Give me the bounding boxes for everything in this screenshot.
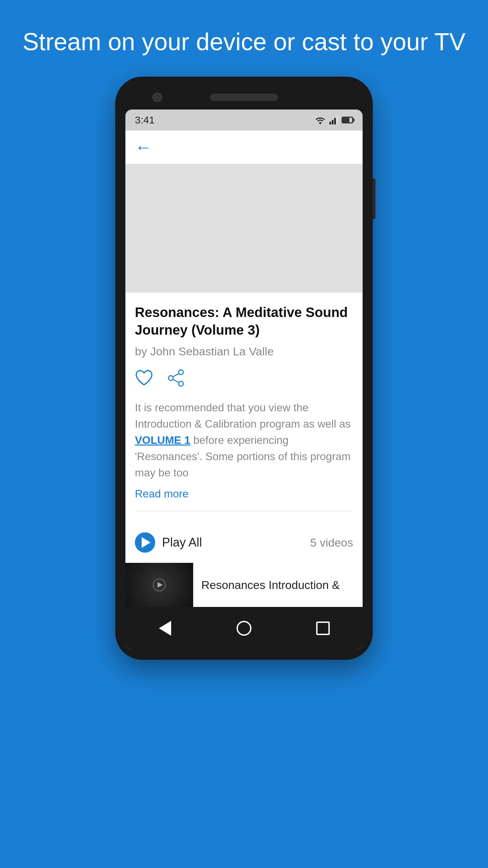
status-icons [314, 116, 353, 124]
phone-screen: 3:41 [125, 110, 363, 650]
battery-icon [342, 117, 353, 123]
phone-speaker [210, 94, 278, 101]
wifi-icon [314, 116, 326, 124]
app-content: ← Resonances: A Meditative Sound Journey… [125, 131, 363, 607]
heart-icon[interactable] [135, 369, 153, 387]
videos-count: 5 videos [310, 536, 353, 549]
play-all-row: Play All 5 videos [125, 522, 363, 563]
svg-point-0 [319, 122, 321, 124]
phone-mockup: 3:41 [115, 77, 373, 660]
svg-line-8 [173, 374, 179, 377]
video-thumbnail [125, 563, 193, 607]
play-triangle-icon [142, 537, 150, 548]
nav-recent-icon [316, 622, 330, 635]
content-area: Resonances: A Meditative Sound Journey (… [125, 293, 363, 522]
action-icons [135, 369, 353, 387]
svg-rect-3 [334, 118, 336, 124]
nav-recent-button[interactable] [311, 616, 335, 640]
side-button [373, 178, 375, 219]
svg-marker-11 [158, 582, 163, 588]
phone-camera [152, 93, 162, 102]
play-circle-icon [135, 532, 155, 553]
nav-home-button[interactable] [232, 616, 256, 640]
video-list-item[interactable]: Resonances Introduction & [125, 563, 363, 607]
nav-bar [125, 607, 363, 650]
video-play-icon [152, 578, 166, 592]
play-all-button[interactable]: Play All [135, 532, 202, 553]
album-author: by John Sebastian La Valle [135, 345, 353, 358]
svg-point-7 [179, 381, 183, 386]
app-toolbar: ← [125, 131, 363, 164]
play-all-label: Play All [162, 535, 202, 550]
nav-back-button[interactable] [153, 616, 177, 640]
read-more-link[interactable]: Read more [135, 488, 188, 500]
back-button[interactable]: ← [135, 138, 152, 157]
description-part1: It is recommended that you view the Intr… [135, 401, 351, 430]
status-time: 3:41 [135, 114, 155, 126]
nav-home-icon [237, 621, 251, 636]
album-thumbnail [125, 164, 363, 293]
page-header: Stream on your device or cast to your TV [0, 0, 488, 77]
nav-back-icon [159, 621, 171, 636]
share-icon[interactable] [167, 369, 185, 387]
svg-rect-4 [337, 116, 338, 124]
description-text: It is recommended that you view the Intr… [135, 399, 353, 481]
header-text: Stream on your device or cast to your TV [20, 27, 468, 56]
status-bar: 3:41 [125, 110, 363, 131]
video-title: Resonances Introduction & [193, 577, 348, 593]
svg-point-5 [179, 370, 183, 375]
svg-rect-1 [329, 122, 331, 124]
signal-icon [329, 116, 338, 124]
description-link[interactable]: VOLUME 1 [135, 434, 190, 446]
section-divider [135, 511, 353, 511]
svg-rect-2 [332, 120, 333, 124]
svg-point-6 [168, 376, 173, 380]
phone-top-bar [125, 87, 363, 110]
video-thumbnail-image [125, 563, 193, 607]
album-title: Resonances: A Meditative Sound Journey (… [135, 303, 353, 339]
svg-line-9 [173, 379, 179, 382]
